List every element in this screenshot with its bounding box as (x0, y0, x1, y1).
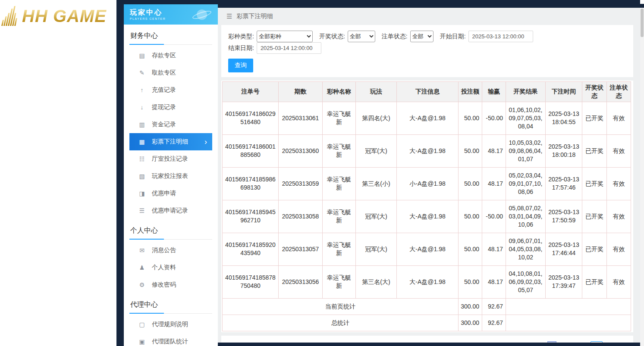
sidebar-item-withdrawal-record[interactable]: ↓提现记录 (129, 99, 212, 116)
planet-icon (192, 6, 212, 23)
summary-label: 当前页统计 (223, 298, 459, 315)
pagination-bar: 每页显示20条 共6条 首页 上一页 1 下一页 第 页 跳转 (221, 336, 633, 343)
sidebar-item-label: 存款专区 (152, 52, 176, 59)
withdraw-icon: ✎ (138, 69, 146, 76)
sidebar-item-player-bet-report[interactable]: ▧玩家投注报表 (129, 168, 212, 185)
start-date-filter: 开始日期: (440, 31, 533, 42)
table-cell: 401569174186001885680 (223, 134, 279, 167)
next-page-link[interactable]: 下一页 (560, 342, 577, 343)
summary-bet-total: 300.00 (459, 315, 482, 331)
table-cell: 已开奖 (582, 134, 607, 167)
table-cell: 401569174185945962710 (223, 200, 279, 233)
table-cell: 有效 (607, 233, 631, 265)
summary-empty (506, 298, 631, 315)
sidebar-section-title: 代理中心 (129, 293, 212, 314)
column-header: 玩法 (356, 82, 397, 102)
logo-panel: HH GAME (0, 0, 116, 346)
prev-page-link[interactable]: 上一页 (527, 342, 543, 343)
table-cell: 20250313057 (279, 233, 323, 265)
table-cell: 大-A盘@1.98 (397, 134, 459, 167)
content-area: ☰ 彩票下注明细 彩种类型: 全部彩种 开奖状态: 全部 (218, 8, 640, 343)
sidebar-item-agent-team-stats[interactable]: ▣代理团队统计 (129, 333, 212, 346)
order-status-filter: 注单状态: 全部 (382, 31, 434, 42)
sidebar-item-change-password[interactable]: ⚙修改密码 (129, 276, 212, 293)
table-cell: 01,06,10,02,09,07,05,03,08,04 (506, 102, 546, 134)
table-cell: 冠军(大) (356, 134, 397, 167)
table-row: 40156917418598669813020250313059幸运飞艇新第三名… (223, 167, 631, 200)
funds-record-icon: ▥ (138, 121, 146, 128)
filter-panel: 彩种类型: 全部彩种 开奖状态: 全部 注单状态: (221, 25, 633, 77)
table-cell: 2025-03-13 17:46:44 (546, 233, 582, 265)
column-header: 开奖状态 (582, 82, 607, 102)
table-cell: 有效 (607, 167, 631, 200)
filter-row: 彩种类型: 全部彩种 开奖状态: 全部 注单状态: (228, 31, 626, 54)
scrollbar-corner (640, 0, 644, 4)
table-row: 40156917418594596271020250313058幸运飞艇新冠军(… (223, 200, 631, 233)
brand-logo: HH GAME (0, 0, 116, 26)
table-cell: 20250313056 (279, 265, 323, 298)
sidebar-item-funds-record[interactable]: ▥资金记录 (129, 116, 212, 133)
promo-apply-record-icon: ☰ (138, 207, 146, 214)
announcements-icon: ✉ (138, 247, 146, 254)
menu-toggle-icon[interactable]: ☰ (226, 12, 232, 20)
sidebar-item-promo-apply-record[interactable]: ☰优惠申请记录 (129, 202, 212, 219)
table-cell: 有效 (607, 134, 631, 167)
table-cell: 已开奖 (582, 265, 607, 298)
draw-status-select[interactable]: 全部 (348, 31, 375, 42)
table-header-row: 注单号期数彩种名称玩法下注信息投注额输赢开奖结果下注时间开奖状态注单状态 (223, 82, 631, 102)
sidebar-item-withdraw[interactable]: ✎取款专区 (129, 64, 212, 81)
scrollbar-thumb[interactable] (641, 9, 644, 37)
agent-rules-icon: ▢ (138, 321, 146, 328)
sidebar-item-label: 优惠申请记录 (152, 207, 188, 215)
table-cell: 第四名(大) (356, 102, 397, 134)
table-cell: 幸运飞艇新 (323, 102, 356, 134)
table-cell: 50.00 (459, 134, 482, 167)
sidebar-header: 玩家中心 PLAYERS CENTER (124, 4, 218, 25)
table-cell: 401569174186029516480 (223, 102, 279, 134)
table-cell: 50.00 (459, 265, 482, 298)
logo-text: HH GAME (22, 6, 107, 26)
sidebar-nav: 财务中心▤存款专区✎取款专区↑充值记录↓提现记录▥资金记录▦彩票下注明细›☷厅室… (124, 25, 218, 346)
promo-apply-icon: ◨ (138, 190, 146, 197)
sidebar-item-promo-apply[interactable]: ◨优惠申请 (129, 185, 212, 202)
start-date-label: 开始日期: (440, 33, 466, 41)
table-cell: 幸运飞艇新 (323, 265, 356, 298)
sidebar-item-profile[interactable]: ♟个人资料 (129, 259, 212, 276)
sidebar-section-title: 个人中心 (129, 219, 212, 240)
sidebar: 玩家中心 PLAYERS CENTER 财务中心▤存款专区✎取款专区↑充值记录↓… (124, 4, 218, 346)
summary-bet-total: 300.00 (459, 298, 482, 315)
table-cell: 2025-03-13 17:39:47 (546, 265, 582, 298)
table-cell: 有效 (607, 200, 631, 233)
sidebar-item-hall-bet-record[interactable]: ☷厅室投注记录 (129, 150, 212, 168)
vertical-scrollbar[interactable] (640, 8, 644, 346)
sidebar-item-label: 个人资料 (152, 264, 176, 271)
jump-button[interactable]: 跳转 (616, 342, 627, 343)
order-status-select[interactable]: 全部 (410, 31, 434, 42)
jump-page-input[interactable] (591, 341, 603, 343)
deposit-icon: ▤ (138, 52, 146, 59)
sidebar-item-announcements[interactable]: ✉消息公告 (129, 242, 212, 259)
lottery-bet-detail-icon: ▦ (138, 138, 146, 145)
table-cell: 20250313059 (279, 167, 323, 200)
sidebar-item-lottery-bet-detail[interactable]: ▦彩票下注明细› (129, 133, 212, 150)
table-cell: 04,10,08,01,06,09,02,03,05,07 (506, 265, 546, 298)
table-cell: 大-A盘@1.98 (397, 233, 459, 265)
first-page-link[interactable]: 首页 (512, 342, 523, 343)
draw-status-filter: 开奖状态: 全部 (319, 31, 375, 42)
table-cell: 48.17 (482, 265, 506, 298)
end-date-input[interactable] (257, 42, 321, 54)
table-cell: 20250313060 (279, 134, 323, 167)
jump-suffix-text: 页 (606, 342, 612, 343)
table-cell: 冠军(大) (356, 200, 397, 233)
sidebar-item-agent-rules[interactable]: ▢代理规则说明 (129, 316, 212, 333)
table-cell: 2025-03-13 17:57:46 (546, 167, 582, 200)
sidebar-item-deposit[interactable]: ▤存款专区 (129, 47, 212, 64)
lottery-type-select[interactable]: 全部彩种 (257, 31, 313, 42)
table-cell: 已开奖 (582, 233, 607, 265)
current-page-badge[interactable]: 1 (547, 341, 556, 343)
summary-row: 总统计300.0092.67 (223, 315, 631, 331)
start-date-input[interactable] (468, 31, 533, 42)
search-button[interactable]: 查询 (228, 59, 253, 72)
sidebar-item-label: 修改密码 (152, 281, 176, 289)
sidebar-item-recharge-record[interactable]: ↑充值记录 (129, 81, 212, 99)
